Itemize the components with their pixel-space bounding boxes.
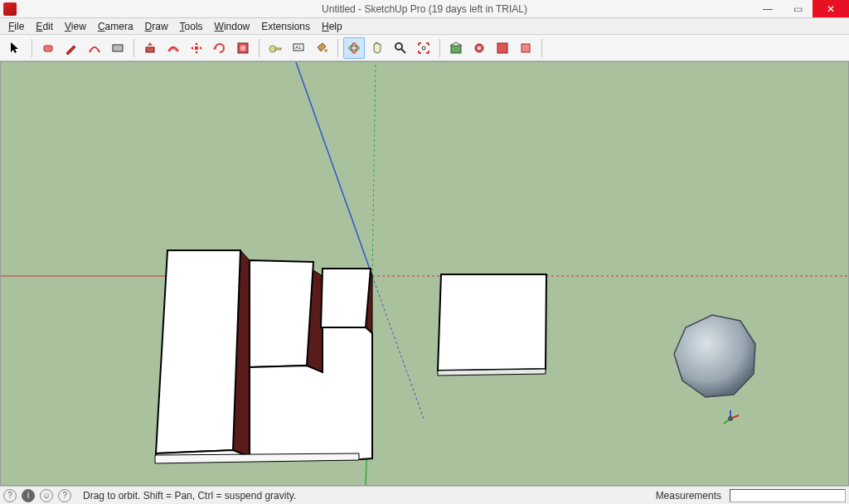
menu-bar: File Edit View Camera Draw Tools Window …	[0, 18, 849, 35]
status-hint: Drag to orbit. Shift = Pan, Ctrl = suspe…	[83, 490, 296, 502]
zoom-tool[interactable]	[390, 37, 411, 59]
window-controls: — ▭ ✕	[753, 0, 849, 17]
svg-marker-25	[250, 260, 313, 367]
model-sphere	[674, 315, 755, 397]
user-icon[interactable]: ☺	[40, 489, 53, 502]
scene-canvas	[1, 62, 849, 486]
layout-tool[interactable]	[492, 37, 513, 59]
measurements-input[interactable]	[730, 489, 846, 502]
eraser-tool[interactable]	[37, 37, 59, 59]
svg-point-18	[478, 46, 481, 50]
menu-view[interactable]: View	[60, 19, 91, 34]
svg-point-11	[349, 46, 359, 51]
arc-tool[interactable]	[84, 37, 105, 59]
toolbar-separator	[439, 39, 440, 57]
svg-marker-24	[156, 250, 240, 453]
viewport-3d[interactable]	[0, 61, 849, 486]
rotate-icon	[212, 41, 227, 56]
paintbucket-tool[interactable]	[311, 37, 332, 59]
menu-edit[interactable]: Edit	[31, 19, 58, 34]
line-tool[interactable]	[61, 37, 82, 59]
svg-rect-7	[275, 48, 281, 50]
menu-extensions[interactable]: Extensions	[256, 19, 315, 34]
bucket-icon	[314, 41, 329, 56]
svg-text:A1: A1	[295, 45, 302, 50]
svg-rect-16	[451, 46, 461, 53]
scale-tool[interactable]	[232, 37, 254, 59]
layout-icon	[495, 41, 510, 56]
toolbar-separator	[337, 39, 338, 57]
window-title: Untitled - SketchUp Pro (19 days left in…	[0, 3, 849, 15]
svg-rect-2	[146, 47, 154, 52]
svg-marker-31	[674, 315, 755, 397]
orbit-tool[interactable]	[343, 37, 365, 59]
svg-marker-30	[438, 369, 546, 376]
select-tool[interactable]	[5, 37, 27, 59]
menu-file[interactable]: File	[3, 19, 29, 34]
title-bar: Untitled - SketchUp Pro (19 days left in…	[0, 0, 849, 18]
arc-icon	[87, 41, 102, 56]
pushpull-tool[interactable]	[139, 37, 161, 59]
text-icon: A1	[291, 41, 306, 56]
menu-tools[interactable]: Tools	[175, 19, 208, 34]
warehouse-tool[interactable]	[445, 37, 467, 59]
status-bar: ? i ☺ ? Drag to orbit. Shift = Pan, Ctrl…	[0, 486, 849, 504]
warehouse-icon	[449, 41, 463, 56]
close-button[interactable]: ✕	[813, 0, 849, 17]
eraser-icon	[41, 41, 56, 56]
toolbar-separator	[259, 39, 260, 57]
scale-icon	[235, 41, 250, 56]
axis-blue-down	[372, 276, 424, 419]
svg-rect-5	[240, 46, 245, 51]
zoom-extents-icon	[416, 41, 431, 56]
svg-rect-0	[44, 46, 52, 51]
cursor-icon	[8, 41, 23, 56]
tape-icon	[268, 41, 283, 56]
rotate-tool[interactable]	[209, 37, 230, 59]
location-icon	[518, 41, 533, 56]
svg-rect-20	[522, 44, 530, 52]
geo-icon[interactable]: ?	[58, 489, 71, 502]
addlocation-tool[interactable]	[515, 37, 536, 59]
orbit-icon	[347, 41, 361, 56]
toolbar-separator	[32, 39, 32, 57]
svg-rect-3	[195, 46, 198, 50]
maximize-button[interactable]: ▭	[783, 0, 813, 17]
text-tool[interactable]: A1	[288, 37, 309, 59]
move-tool[interactable]	[186, 37, 207, 59]
zoom-icon	[393, 41, 408, 56]
person-figure-icon	[724, 410, 739, 424]
pencil-icon	[64, 41, 79, 56]
hand-icon	[370, 41, 385, 56]
toolbar-separator	[133, 39, 134, 57]
offset-tool[interactable]	[163, 37, 184, 59]
menu-draw[interactable]: Draw	[140, 19, 173, 34]
pan-tool[interactable]	[366, 37, 388, 59]
svg-rect-1	[113, 45, 123, 51]
axis-green-neg	[372, 62, 376, 276]
rectangle-tool[interactable]	[107, 37, 129, 59]
extwarehouse-tool[interactable]	[468, 37, 490, 59]
offset-icon	[166, 41, 181, 56]
svg-point-13	[395, 43, 402, 50]
svg-point-10	[324, 49, 327, 52]
menu-help[interactable]: Help	[317, 19, 347, 34]
help-icon[interactable]: ?	[3, 489, 17, 502]
menu-window[interactable]: Window	[210, 19, 255, 34]
app-icon	[3, 2, 17, 16]
info-icon[interactable]: i	[22, 489, 35, 502]
zoomextents-tool[interactable]	[413, 37, 434, 59]
model-extruded-lshape	[155, 250, 372, 463]
toolbar: A1	[0, 35, 849, 61]
tapemeasure-tool[interactable]	[264, 37, 286, 59]
menu-camera[interactable]: Camera	[93, 19, 138, 34]
svg-point-12	[352, 43, 357, 53]
toolbar-separator	[541, 39, 542, 57]
minimize-button[interactable]: —	[753, 0, 783, 17]
svg-line-14	[401, 49, 405, 53]
svg-marker-26	[321, 269, 371, 327]
rectangle-icon	[110, 41, 125, 56]
pushpull-icon	[143, 41, 158, 56]
move-icon	[189, 41, 204, 56]
svg-point-15	[422, 46, 425, 50]
